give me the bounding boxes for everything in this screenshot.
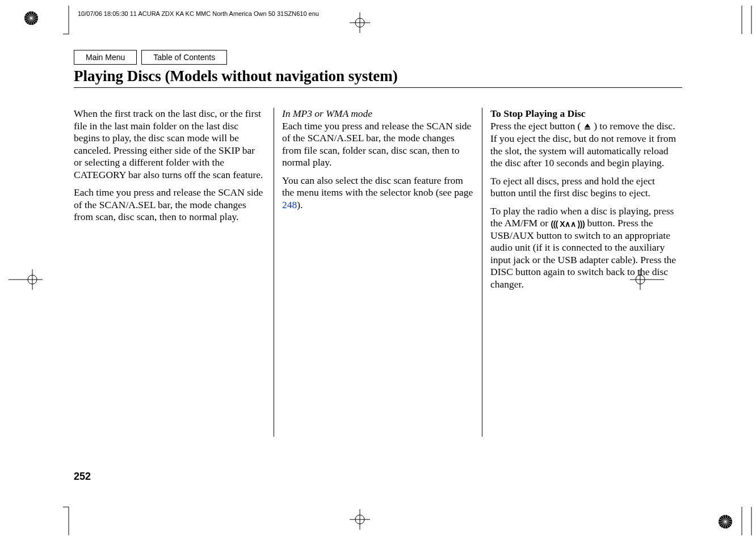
- crop-mark-icon: [350, 509, 370, 530]
- main-menu-button[interactable]: Main Menu: [74, 50, 137, 65]
- trim-mark-icon: [63, 504, 74, 535]
- registration-mark-icon: [24, 11, 39, 26]
- column-1: When the first track on the last disc, o…: [74, 108, 274, 437]
- content-columns: When the first track on the last disc, o…: [74, 108, 682, 437]
- crop-mark-icon: [9, 269, 43, 290]
- page-link[interactable]: 248: [282, 199, 297, 210]
- header-meta-text: 10/07/06 18:05:30 11 ACURA ZDX KA KC MMC…: [78, 10, 319, 17]
- body-text: To Stop Playing a Disc Press the eject b…: [490, 108, 682, 170]
- svg-rect-38: [585, 128, 590, 129]
- body-text: When the first track on the last disc, o…: [74, 108, 266, 181]
- trim-mark-icon: [63, 6, 74, 37]
- page-number: 252: [74, 471, 91, 483]
- xm-radio-icon: ((( X∧∧ ))): [551, 219, 585, 229]
- body-text: You can also select the disc scan featur…: [282, 175, 474, 212]
- trim-mark-icon: [741, 504, 753, 535]
- body-text: In MP3 or WMA mode Each time you press a…: [282, 108, 474, 169]
- body-text: Each time you press and release the SCAN…: [282, 120, 471, 168]
- eject-icon: [583, 121, 591, 133]
- body-text: To eject all discs, press and hold the e…: [490, 175, 682, 200]
- mode-label: In MP3 or WMA mode: [282, 108, 372, 119]
- section-heading: To Stop Playing a Disc: [490, 108, 586, 119]
- column-2: In MP3 or WMA mode Each time you press a…: [274, 108, 482, 437]
- table-of-contents-button[interactable]: Table of Contents: [141, 50, 227, 65]
- crop-mark-icon: [350, 12, 370, 33]
- column-3: To Stop Playing a Disc Press the eject b…: [482, 108, 682, 437]
- body-text: To play the radio when a disc is playing…: [490, 205, 682, 291]
- registration-mark-icon: [718, 514, 733, 529]
- page-title: Playing Discs (Models without navigation…: [74, 67, 682, 88]
- body-text: Each time you press and release the SCAN…: [74, 187, 266, 223]
- trim-mark-icon: [741, 6, 753, 37]
